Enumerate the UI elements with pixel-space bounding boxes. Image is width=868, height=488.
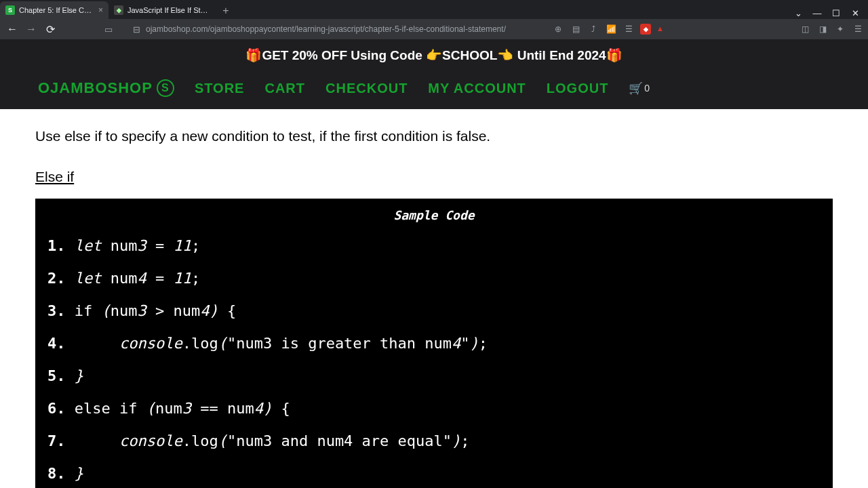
- code-line-2: 2. let num4 = 11;: [47, 271, 821, 286]
- bookmark-icon[interactable]: ▭: [104, 24, 113, 35]
- tab-favicon-icon: S: [5, 5, 15, 15]
- toolbar-right: ⊕ ▤ ⤴ 📶 ☰ ◆ ▲ ◫ ◨ ✦ ☰: [552, 23, 864, 35]
- promo-banner: 🎁GET 20% OFF Using Code 👉SCHOOL👈 Until E…: [0, 39, 868, 71]
- code-line-5: 5. }: [47, 369, 821, 384]
- main-content: Use else if to specify a new condition t…: [0, 109, 868, 488]
- menu-icon[interactable]: ☰: [852, 23, 864, 35]
- list-icon[interactable]: ☰: [623, 23, 635, 35]
- share-icon[interactable]: ⤴: [587, 23, 599, 35]
- tab-title: Chapter 5: If Else Condition: [19, 6, 94, 14]
- nav-logout[interactable]: LOGOUT: [547, 81, 609, 96]
- reader-icon[interactable]: ▤: [570, 23, 582, 35]
- close-icon[interactable]: ×: [98, 5, 103, 15]
- address-bar[interactable]: ▭ ⊟ ojamboshop.com/ojamboshoppaycontent/…: [61, 24, 549, 35]
- cart-icon[interactable]: 🛒0: [629, 81, 650, 96]
- code-line-4: 4. console.log("num3 is greater than num…: [47, 336, 821, 351]
- cart-count: 0: [644, 83, 650, 94]
- alert-icon[interactable]: ▲: [656, 24, 666, 34]
- code-title: Sample Code: [47, 208, 821, 222]
- url-text: ojamboshop.com/ojamboshoppaycontent/lear…: [146, 24, 506, 34]
- close-window-icon[interactable]: ✕: [849, 7, 861, 19]
- minimize-icon[interactable]: —: [811, 7, 823, 19]
- code-block: Sample Code 1. let num3 = 11; 2. let num…: [35, 199, 833, 488]
- nav-checkout[interactable]: CHECKOUT: [326, 81, 408, 96]
- new-tab-button[interactable]: +: [217, 3, 235, 19]
- site-nav: OJAMBOSHOP S STORE CART CHECKOUT MY ACCO…: [0, 71, 868, 109]
- browser-tab[interactable]: ◆ JavaScript If Else If Statement -: [108, 1, 217, 19]
- shield-icon[interactable]: ◆: [640, 24, 651, 35]
- rss-icon[interactable]: 📶: [605, 23, 617, 35]
- chevron-down-icon[interactable]: ⌄: [792, 7, 804, 19]
- brand-mark-icon: S: [157, 79, 174, 97]
- tab-favicon-icon: ◆: [114, 5, 123, 15]
- browser-tabstrip: S Chapter 5: If Else Condition × ◆ JavaS…: [0, 0, 868, 19]
- code-line-1: 1. let num3 = 11;: [47, 239, 821, 253]
- page-viewport[interactable]: 🎁GET 20% OFF Using Code 👉SCHOOL👈 Until E…: [0, 39, 868, 488]
- nav-account[interactable]: MY ACCOUNT: [428, 81, 526, 96]
- code-line-3: 3. if (num3 > num4) {: [47, 304, 821, 319]
- window-controls: ⌄ — ☐ ✕: [792, 7, 868, 19]
- nav-cart[interactable]: CART: [264, 81, 305, 96]
- forward-icon[interactable]: →: [23, 21, 39, 37]
- code-line-8: 8. }: [47, 466, 821, 481]
- tab-title: JavaScript If Else If Statement -: [127, 6, 212, 14]
- nav-store[interactable]: STORE: [195, 81, 245, 96]
- zoom-icon[interactable]: ⊕: [552, 23, 564, 35]
- browser-tab-active[interactable]: S Chapter 5: If Else Condition ×: [0, 1, 108, 19]
- browser-toolbar: ← → ⟳ ▭ ⊟ ojamboshop.com/ojamboshoppayco…: [0, 19, 868, 39]
- brand-logo[interactable]: OJAMBOSHOP S: [38, 79, 174, 97]
- intro-text: Use else if to specify a new condition t…: [35, 128, 833, 144]
- panel-icon[interactable]: ◫: [799, 23, 811, 35]
- code-line-7: 7. console.log("num3 and num4 are equal"…: [47, 434, 821, 449]
- maximize-icon[interactable]: ☐: [830, 7, 842, 19]
- subheading: Else if: [35, 169, 833, 185]
- code-line-6: 6. else if (num3 == num4) {: [47, 401, 821, 416]
- site-info-icon[interactable]: ⊟: [133, 24, 140, 35]
- back-icon[interactable]: ←: [4, 21, 20, 37]
- sidebar-icon[interactable]: ◨: [816, 23, 829, 35]
- sparkle-icon[interactable]: ✦: [834, 23, 846, 35]
- reload-icon[interactable]: ⟳: [42, 21, 58, 37]
